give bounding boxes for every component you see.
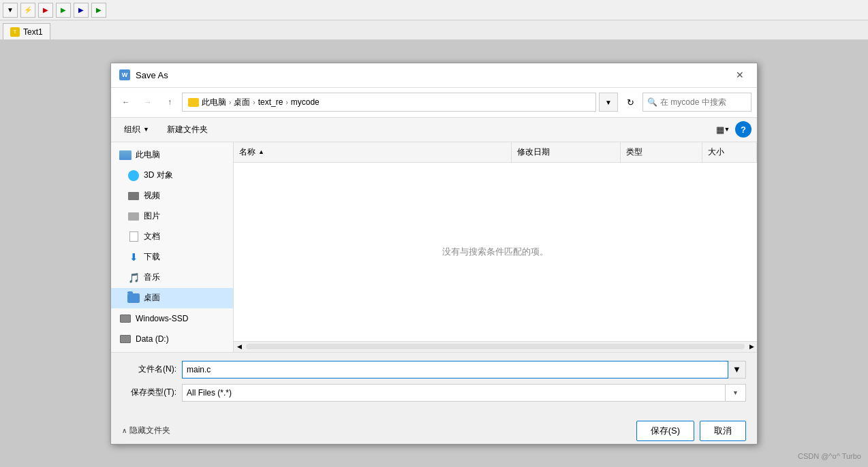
tool-btn-1[interactable]: ▼ xyxy=(3,3,18,18)
path-part-1: 此电脑 xyxy=(202,97,226,108)
dialog-bottom-form: 文件名(N): ▼ 保存类型(T): All Files (*.*) ▼ xyxy=(111,352,757,415)
tool-btn-3[interactable]: ▶ xyxy=(38,3,53,18)
address-refresh-button[interactable]: ↻ xyxy=(621,93,640,112)
sidebar-item-documents[interactable]: 文档 xyxy=(111,227,233,247)
path-part-2: 桌面 xyxy=(234,97,250,108)
path-part-4: mycode xyxy=(291,97,320,107)
view-button[interactable]: ▦ ▼ xyxy=(713,120,732,138)
filetype-dropdown-arrow[interactable]: ▼ xyxy=(725,385,741,401)
sidebar-label-documents: 文档 xyxy=(144,231,160,242)
col-date[interactable]: 修改日期 xyxy=(512,142,621,162)
picture-icon xyxy=(128,212,139,221)
sidebar-item-windows-ssd[interactable]: Windows-SSD xyxy=(111,308,233,329)
filename-row: 文件名(N): ▼ xyxy=(122,361,746,379)
sidebar-label-data-d: Data (D:) xyxy=(136,334,169,344)
file-list-header: 名称 ▲ 修改日期 类型 大小 xyxy=(234,142,757,163)
search-box[interactable]: 🔍 xyxy=(642,93,751,112)
music-icon: 🎵 xyxy=(128,272,140,283)
col-size[interactable]: 大小 xyxy=(702,142,757,162)
tab-text1[interactable]: T Text1 xyxy=(3,23,50,39)
horizontal-scrollbar[interactable]: ◀ ▶ xyxy=(234,341,757,352)
sidebar-label-videos: 视频 xyxy=(144,190,160,202)
sidebar-item-3d[interactable]: 3D 对象 xyxy=(111,165,233,186)
sidebar-item-pictures[interactable]: 图片 xyxy=(111,206,233,227)
tool-btn-5[interactable]: ▶ xyxy=(74,3,89,18)
app-bar: ▼ ⚡ ▶ ▶ ▶ ▶ xyxy=(0,0,868,20)
filetype-label: 保存类型(T): xyxy=(122,387,176,398)
video-icon xyxy=(128,192,139,200)
pc-icon xyxy=(119,150,131,160)
filename-dropdown-arrow[interactable]: ▼ xyxy=(728,361,746,379)
nav-up-button[interactable]: ↑ xyxy=(160,93,179,112)
file-list-body: 没有与搜索条件匹配的项。 xyxy=(234,163,757,341)
nav-forward-button[interactable]: → xyxy=(138,93,157,112)
main-area: CSDN @^o^ Turbo W Save As ✕ ← → ↑ 此电脑 › xyxy=(0,39,868,467)
dialog-title-left: W Save As xyxy=(119,69,168,80)
doc-icon xyxy=(129,231,138,242)
dialog-overlay: W Save As ✕ ← → ↑ 此电脑 › 桌面 › text_re › xyxy=(0,39,868,467)
filename-input[interactable] xyxy=(182,361,728,379)
address-path[interactable]: 此电脑 › 桌面 › text_re › mycode xyxy=(182,93,596,112)
tab-icon: T xyxy=(10,27,20,37)
sidebar-label-3d: 3D 对象 xyxy=(144,170,173,181)
search-input[interactable] xyxy=(660,97,747,107)
desktop-folder-icon xyxy=(127,293,140,303)
new-folder-button[interactable]: 新建文件夹 xyxy=(159,120,215,138)
filename-label: 文件名(N): xyxy=(122,364,176,375)
tool-btn-6[interactable]: ▶ xyxy=(91,3,106,18)
dialog-title: Save As xyxy=(136,70,168,80)
sidebar-label-this-pc: 此电脑 xyxy=(136,149,160,161)
tool-btn-4[interactable]: ▶ xyxy=(56,3,71,18)
filetype-dropdown[interactable]: All Files (*.*) ▼ xyxy=(182,384,746,402)
sidebar-item-videos[interactable]: 视频 xyxy=(111,186,233,206)
help-button[interactable]: ? xyxy=(735,121,751,138)
sidebar-label-downloads: 下载 xyxy=(144,251,160,263)
sidebar-label-windows-ssd: Windows-SSD xyxy=(136,314,188,323)
sidebar-item-this-pc[interactable]: 此电脑 xyxy=(111,145,233,165)
tab-label: Text1 xyxy=(23,27,43,37)
scroll-left-button[interactable]: ◀ xyxy=(234,341,245,352)
toolbar-tools: ▼ ⚡ ▶ ▶ ▶ ▶ xyxy=(3,3,106,18)
save-button[interactable]: 保存(S) xyxy=(636,421,694,441)
dialog-titlebar: W Save As ✕ xyxy=(111,63,757,88)
path-part-3: text_re xyxy=(258,97,283,107)
cancel-button[interactable]: 取消 xyxy=(700,421,746,441)
organize-button[interactable]: 组织 ▼ xyxy=(117,120,157,138)
dialog-toolbar: 组织 ▼ 新建文件夹 ▦ ▼ ? xyxy=(111,118,757,142)
file-area: 名称 ▲ 修改日期 类型 大小 xyxy=(234,142,757,352)
hidden-folder-toggle[interactable]: ∧ 隐藏文件夹 xyxy=(122,425,170,436)
path-folder-icon xyxy=(188,98,199,107)
save-as-dialog: W Save As ✕ ← → ↑ 此电脑 › 桌面 › text_re › xyxy=(110,63,758,445)
sidebar-item-music[interactable]: 🎵 音乐 xyxy=(111,268,233,288)
sidebar-item-desktop[interactable]: 桌面 xyxy=(111,288,233,308)
search-icon: 🔍 xyxy=(647,97,657,107)
action-row: ∧ 隐藏文件夹 保存(S) 取消 xyxy=(111,415,757,444)
dialog-content: 此电脑 3D 对象 视频 xyxy=(111,142,757,352)
scroll-right-button[interactable]: ▶ xyxy=(746,341,757,352)
sidebar-label-desktop: 桌面 xyxy=(144,292,160,304)
col-name[interactable]: 名称 ▲ xyxy=(234,142,512,162)
tab-bar: T Text1 xyxy=(0,20,868,39)
data-d-icon xyxy=(120,335,131,343)
address-bar: ← → ↑ 此电脑 › 桌面 › text_re › mycode ▼ ↻ 🔍 xyxy=(111,88,757,118)
filetype-row: 保存类型(T): All Files (*.*) ▼ xyxy=(122,384,746,402)
sidebar-label-music: 音乐 xyxy=(144,272,160,283)
tool-btn-2[interactable]: ⚡ xyxy=(20,3,35,18)
scroll-track[interactable] xyxy=(246,344,745,349)
nav-back-button[interactable]: ← xyxy=(117,93,136,112)
sidebar-item-downloads[interactable]: ⬇ 下载 xyxy=(111,247,233,268)
col-type[interactable]: 类型 xyxy=(621,142,702,162)
empty-message: 没有与搜索条件匹配的项。 xyxy=(442,246,548,258)
download-icon: ⬇ xyxy=(129,251,138,263)
address-dropdown-button[interactable]: ▼ xyxy=(599,93,618,112)
windows-ssd-icon xyxy=(120,315,131,323)
dialog-close-button[interactable]: ✕ xyxy=(731,66,749,84)
dialog-app-icon: W xyxy=(119,69,130,80)
sidebar-item-data-d[interactable]: Data (D:) xyxy=(111,329,233,349)
sidebar-label-pictures: 图片 xyxy=(144,210,160,222)
sidebar: 此电脑 3D 对象 视频 xyxy=(111,142,234,352)
3d-icon xyxy=(128,170,139,181)
